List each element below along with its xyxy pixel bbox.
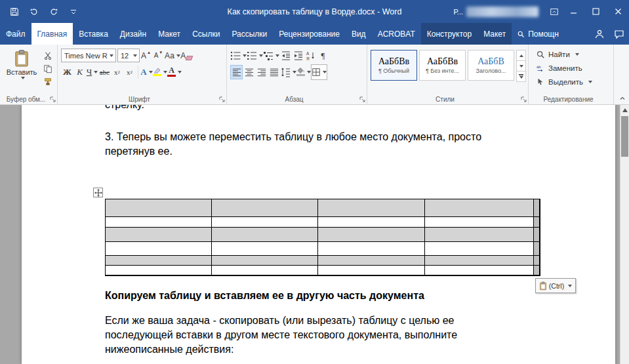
table-cell[interactable] xyxy=(425,242,534,256)
font-family-combo[interactable]: Times New R xyxy=(61,49,116,62)
paragraph-dialog-launcher[interactable] xyxy=(359,96,365,102)
text-effects-button[interactable]: А xyxy=(140,65,153,79)
tab-design[interactable]: Дизайн xyxy=(114,23,152,45)
grow-font-button[interactable]: А▲ xyxy=(140,49,152,63)
change-case-button[interactable]: Аа xyxy=(165,49,180,63)
table-cell[interactable] xyxy=(106,217,212,228)
find-button[interactable]: Найти xyxy=(532,47,611,61)
redo-button[interactable] xyxy=(46,3,62,21)
save-button[interactable] xyxy=(7,3,22,21)
line-spacing-button[interactable] xyxy=(280,65,296,79)
table-cell[interactable] xyxy=(212,266,318,275)
table-cell[interactable] xyxy=(318,242,425,256)
tab-file[interactable]: Файл xyxy=(0,23,31,45)
document-table[interactable] xyxy=(105,199,540,276)
table-cell[interactable] xyxy=(318,199,425,217)
table-cell[interactable] xyxy=(425,217,534,228)
tab-acrobat[interactable]: ACROBAT xyxy=(372,23,421,45)
tab-home[interactable]: Главная xyxy=(31,23,73,45)
account-icon[interactable] xyxy=(590,23,609,45)
table-cell[interactable] xyxy=(212,228,318,242)
tab-mailings[interactable]: Рассылки xyxy=(226,23,273,45)
decrease-indent-button[interactable] xyxy=(279,49,292,63)
show-marks-button[interactable]: ¶ xyxy=(317,49,329,63)
table-cell[interactable] xyxy=(425,199,534,217)
table-cell[interactable] xyxy=(318,228,425,242)
tab-layout[interactable]: Макет xyxy=(152,23,186,45)
replace-button[interactable]: ab Заменить xyxy=(532,61,611,75)
align-right-button[interactable] xyxy=(255,65,268,79)
table-cell[interactable] xyxy=(212,217,318,228)
highlight-color-button[interactable] xyxy=(153,65,167,79)
table-cell[interactable] xyxy=(318,217,425,228)
style-normal[interactable]: АаБбВв ¶ Обычный xyxy=(371,50,417,81)
font-dialog-launcher[interactable] xyxy=(219,96,225,102)
clear-formatting-button[interactable]: А xyxy=(180,49,193,63)
table-cell[interactable] xyxy=(106,228,212,242)
table-cell[interactable] xyxy=(318,266,425,275)
bold-button[interactable]: Ж xyxy=(61,65,73,79)
shrink-font-button[interactable]: А▼ xyxy=(152,49,165,63)
table-row-end-strip[interactable] xyxy=(534,266,540,275)
table-cell[interactable] xyxy=(106,256,212,266)
font-color-button[interactable]: А xyxy=(167,65,182,79)
maximize-button[interactable] xyxy=(584,0,607,23)
table-row-end-strip[interactable] xyxy=(534,242,540,256)
align-left-button[interactable] xyxy=(230,65,243,79)
underline-button[interactable]: Ч xyxy=(86,65,98,79)
italic-button[interactable]: К xyxy=(73,65,86,79)
borders-button[interactable] xyxy=(311,64,327,80)
document-page[interactable]: стрелку. 3. Теперь вы можете переместить… xyxy=(22,105,615,364)
clipboard-dialog-launcher[interactable] xyxy=(50,96,56,102)
minimize-button[interactable] xyxy=(562,0,584,23)
qat-customize-button[interactable] xyxy=(66,3,81,21)
increase-indent-button[interactable] xyxy=(292,49,304,63)
bullets-button[interactable] xyxy=(230,49,247,63)
table-cell[interactable] xyxy=(212,242,318,256)
align-center-button[interactable] xyxy=(243,65,255,79)
table-row-end-strip[interactable] xyxy=(534,199,540,217)
tab-references[interactable]: Ссылки xyxy=(186,23,226,45)
tab-insert[interactable]: Вставка xyxy=(73,23,114,45)
table-cell[interactable] xyxy=(318,256,425,266)
table-cell[interactable] xyxy=(425,256,534,266)
sort-button[interactable]: АЯ xyxy=(304,49,317,63)
style-no-spacing[interactable]: АаБбВв ¶ Без инте... xyxy=(419,50,466,81)
tab-table-design[interactable]: Конструктор xyxy=(421,23,477,45)
numbering-button[interactable] xyxy=(247,49,263,63)
subscript-button[interactable]: x2 xyxy=(111,65,123,79)
paste-options-button[interactable]: (Ctrl) xyxy=(535,278,576,293)
vertical-scrollbar[interactable] xyxy=(620,105,629,364)
select-button[interactable]: Выделить xyxy=(532,75,611,89)
tab-view[interactable]: Вид xyxy=(346,23,372,45)
styles-more-button[interactable] xyxy=(516,71,526,82)
scrollbar-thumb[interactable] xyxy=(621,116,628,157)
styles-scroll-up-button[interactable] xyxy=(516,50,526,61)
table-row-end-strip[interactable] xyxy=(534,228,540,242)
shading-button[interactable] xyxy=(296,65,311,79)
paste-button[interactable]: Вставить xyxy=(3,49,40,93)
undo-button[interactable] xyxy=(26,3,42,21)
strikethrough-button[interactable]: abc xyxy=(98,65,111,79)
table-row-end-strip[interactable] xyxy=(534,256,540,266)
table-cell[interactable] xyxy=(106,266,212,275)
table-cell[interactable] xyxy=(425,228,534,242)
collapse-ribbon-button[interactable] xyxy=(619,95,626,102)
tell-me-box[interactable]: Помощн xyxy=(512,23,564,45)
table-cell[interactable] xyxy=(212,199,318,217)
superscript-button[interactable]: x2 xyxy=(123,65,136,79)
scroll-up-button[interactable] xyxy=(620,105,629,115)
table-row-end-strip[interactable] xyxy=(534,217,540,228)
table-cell[interactable] xyxy=(212,256,318,266)
style-heading1[interactable]: АаБбВ Заголово... xyxy=(468,50,514,81)
tab-review[interactable]: Рецензирование xyxy=(273,23,346,45)
table-cell[interactable] xyxy=(425,266,534,275)
styles-dialog-launcher[interactable] xyxy=(521,96,527,102)
justify-button[interactable] xyxy=(268,65,280,79)
ribbon-display-options-button[interactable] xyxy=(546,3,562,21)
tab-table-layout[interactable]: Макет xyxy=(477,23,512,45)
multilevel-list-button[interactable] xyxy=(263,49,279,63)
table-move-handle[interactable] xyxy=(93,188,103,197)
comments-icon[interactable] xyxy=(609,23,629,45)
table-cell[interactable] xyxy=(106,199,212,217)
